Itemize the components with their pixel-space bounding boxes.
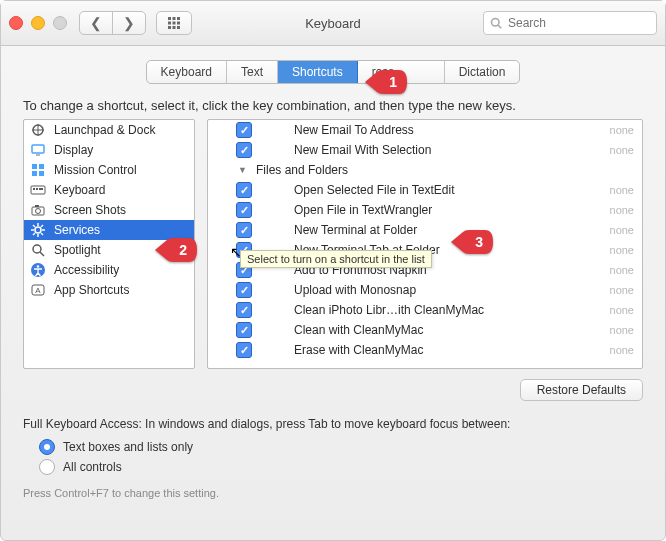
keyboard-icon [30,182,46,198]
svg-point-25 [36,209,41,214]
service-label: New Email With Selection [294,143,602,157]
svg-point-36 [33,245,41,253]
service-checkbox[interactable]: ✓ [236,282,252,298]
svg-rect-19 [39,171,44,176]
svg-rect-23 [39,188,43,190]
svg-rect-26 [35,205,39,207]
svg-rect-0 [168,17,171,20]
svg-rect-8 [177,26,180,29]
category-label: Launchpad & Dock [54,123,155,137]
service-checkbox[interactable]: ✓ [236,342,252,358]
svg-rect-16 [32,164,37,169]
search-input[interactable] [506,15,650,31]
titlebar: ❮ ❯ Keyboard [1,1,665,46]
radio-text-boxes-and-lists-only[interactable]: Text boxes and lists only [39,437,643,457]
nav-back-forward: ❮ ❯ [79,11,146,35]
svg-point-39 [37,265,40,268]
svg-point-9 [492,19,500,27]
category-accessibility[interactable]: Accessibility [24,260,194,280]
category-label: Screen Shots [54,203,126,217]
svg-rect-14 [32,145,44,153]
disclosure-triangle-icon[interactable]: ▼ [238,165,248,175]
search-field[interactable] [483,11,657,35]
service-label: New Email To Address [294,123,602,137]
service-shortcut[interactable]: none [610,184,634,196]
service-checkbox[interactable]: ✓ [236,302,252,318]
restore-defaults-button[interactable]: Restore Defaults [520,379,643,401]
svg-line-34 [41,225,43,227]
launchpad-icon [30,122,46,138]
service-checkbox[interactable]: ✓ [236,222,252,238]
radio-indicator [39,439,55,455]
service-checkbox[interactable]: ✓ [236,142,252,158]
service-shortcut[interactable]: none [610,284,634,296]
service-open-selected-file-in-textedit[interactable]: ✓Open Selected File in TextEditnone [208,180,642,200]
zoom-button[interactable] [53,16,67,30]
service-checkbox[interactable]: ✓ [236,322,252,338]
svg-rect-21 [33,188,35,190]
service-new-email-to-address[interactable]: ✓New Email To Addressnone [208,120,642,140]
service-new-terminal-at-folder[interactable]: ✓New Terminal at Foldernone [208,220,642,240]
service-clean-with-cleanmymac[interactable]: ✓Clean with CleanMyMacnone [208,320,642,340]
close-button[interactable] [9,16,23,30]
tab-input-sources[interactable]: rces [358,61,445,83]
category-launchpad-dock[interactable]: Launchpad & Dock [24,120,194,140]
svg-line-10 [498,25,501,28]
app-shortcuts-icon: A [30,282,46,298]
service-shortcut[interactable]: none [610,304,634,316]
tab-dictation[interactable]: Dictation [445,61,520,83]
tab-shortcuts[interactable]: Shortcuts [278,61,358,83]
radio-all-controls[interactable]: All controls [39,457,643,477]
category-app-shortcuts[interactable]: AApp Shortcuts [24,280,194,300]
service-clean-iphoto-libr-ith-cleanmymac[interactable]: ✓Clean iPhoto Libr…ith CleanMyMacnone [208,300,642,320]
svg-line-32 [33,225,35,227]
svg-line-33 [41,233,43,235]
category-spotlight[interactable]: Spotlight [24,240,194,260]
svg-rect-15 [36,154,40,156]
service-checkbox[interactable]: ✓ [236,202,252,218]
service-shortcut[interactable]: none [610,204,634,216]
gear-icon [30,222,46,238]
category-services[interactable]: Services [24,220,194,240]
accessibility-icon [30,262,46,278]
service-erase-with-cleanmymac[interactable]: ✓Erase with CleanMyMacnone [208,340,642,360]
service-checkbox[interactable]: ✓ [236,122,252,138]
category-keyboard[interactable]: Keyboard [24,180,194,200]
spotlight-icon [30,242,46,258]
svg-rect-6 [168,26,171,29]
back-button[interactable]: ❮ [80,12,113,34]
category-mission-control[interactable]: Mission Control [24,160,194,180]
service-list[interactable]: ↖ Select to turn on a shortcut in the li… [207,119,643,369]
service-shortcut[interactable]: none [610,344,634,356]
tab-keyboard[interactable]: Keyboard [147,61,227,83]
svg-rect-22 [36,188,38,190]
category-display[interactable]: Display [24,140,194,160]
svg-rect-3 [168,22,171,25]
category-list[interactable]: Launchpad & DockDisplayMission ControlKe… [23,119,195,369]
service-label: Erase with CleanMyMac [294,343,602,357]
minimize-button[interactable] [31,16,45,30]
service-shortcut[interactable]: none [610,124,634,136]
category-label: Services [54,223,100,237]
preferences-window: ❮ ❯ Keyboard KeyboardTextShortcutsrcesDi… [0,0,666,541]
category-screen-shots[interactable]: Screen Shots [24,200,194,220]
instruction-text: To change a shortcut, select it, click t… [23,98,643,113]
service-shortcut[interactable]: none [610,144,634,156]
service-shortcut[interactable]: none [610,224,634,236]
svg-point-27 [35,227,41,233]
service-group[interactable]: ▼Files and Folders [208,160,642,180]
pane-body: To change a shortcut, select it, click t… [1,92,665,540]
forward-button[interactable]: ❯ [113,12,145,34]
service-shortcut[interactable]: none [610,324,634,336]
show-all-button[interactable] [156,11,192,35]
category-label: Keyboard [54,183,105,197]
service-open-file-in-textwrangler[interactable]: ✓Open File in TextWranglernone [208,200,642,220]
service-new-email-with-selection[interactable]: ✓New Email With Selectionnone [208,140,642,160]
tab-text[interactable]: Text [227,61,278,83]
service-shortcut[interactable]: none [610,264,634,276]
svg-rect-17 [39,164,44,169]
svg-text:A: A [35,286,41,295]
service-upload-with-monosnap[interactable]: ✓Upload with Monosnapnone [208,280,642,300]
service-checkbox[interactable]: ✓ [236,182,252,198]
service-shortcut[interactable]: none [610,244,634,256]
